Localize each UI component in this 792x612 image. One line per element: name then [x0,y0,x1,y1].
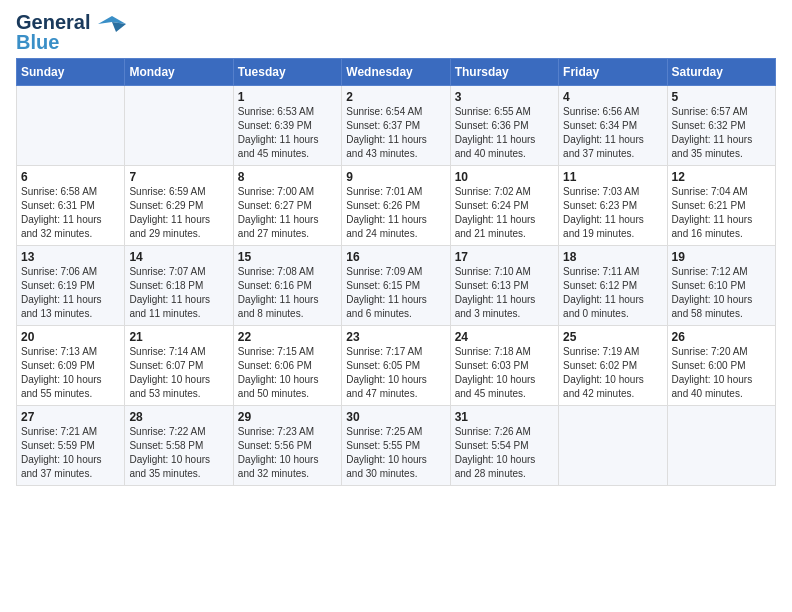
calendar-cell: 5Sunrise: 6:57 AM Sunset: 6:32 PM Daylig… [667,85,775,165]
day-number: 16 [346,250,445,264]
day-number: 1 [238,90,337,104]
day-number: 10 [455,170,554,184]
day-info: Sunrise: 6:57 AM Sunset: 6:32 PM Dayligh… [672,105,771,161]
day-number: 29 [238,410,337,424]
day-info: Sunrise: 7:14 AM Sunset: 6:07 PM Dayligh… [129,345,228,401]
calendar-cell: 9Sunrise: 7:01 AM Sunset: 6:26 PM Daylig… [342,165,450,245]
day-number: 18 [563,250,662,264]
calendar-cell: 31Sunrise: 7:26 AM Sunset: 5:54 PM Dayli… [450,405,558,485]
calendar-cell [125,85,233,165]
calendar-cell: 18Sunrise: 7:11 AM Sunset: 6:12 PM Dayli… [559,245,667,325]
day-info: Sunrise: 7:25 AM Sunset: 5:55 PM Dayligh… [346,425,445,481]
calendar-week-5: 27Sunrise: 7:21 AM Sunset: 5:59 PM Dayli… [17,405,776,485]
day-number: 15 [238,250,337,264]
day-info: Sunrise: 7:07 AM Sunset: 6:18 PM Dayligh… [129,265,228,321]
day-info: Sunrise: 7:18 AM Sunset: 6:03 PM Dayligh… [455,345,554,401]
day-number: 5 [672,90,771,104]
day-header-sunday: Sunday [17,58,125,85]
day-info: Sunrise: 7:26 AM Sunset: 5:54 PM Dayligh… [455,425,554,481]
day-header-tuesday: Tuesday [233,58,341,85]
day-number: 22 [238,330,337,344]
calendar-week-4: 20Sunrise: 7:13 AM Sunset: 6:09 PM Dayli… [17,325,776,405]
day-info: Sunrise: 7:17 AM Sunset: 6:05 PM Dayligh… [346,345,445,401]
calendar-cell: 1Sunrise: 6:53 AM Sunset: 6:39 PM Daylig… [233,85,341,165]
day-number: 3 [455,90,554,104]
calendar-cell: 2Sunrise: 6:54 AM Sunset: 6:37 PM Daylig… [342,85,450,165]
day-info: Sunrise: 7:11 AM Sunset: 6:12 PM Dayligh… [563,265,662,321]
day-info: Sunrise: 7:09 AM Sunset: 6:15 PM Dayligh… [346,265,445,321]
day-number: 31 [455,410,554,424]
day-number: 9 [346,170,445,184]
calendar-cell: 28Sunrise: 7:22 AM Sunset: 5:58 PM Dayli… [125,405,233,485]
day-number: 13 [21,250,120,264]
calendar-cell: 20Sunrise: 7:13 AM Sunset: 6:09 PM Dayli… [17,325,125,405]
day-number: 30 [346,410,445,424]
day-number: 7 [129,170,228,184]
day-info: Sunrise: 7:00 AM Sunset: 6:27 PM Dayligh… [238,185,337,241]
logo: General Blue [16,12,126,52]
day-number: 11 [563,170,662,184]
calendar-cell: 27Sunrise: 7:21 AM Sunset: 5:59 PM Dayli… [17,405,125,485]
calendar-cell [559,405,667,485]
calendar-cell: 8Sunrise: 7:00 AM Sunset: 6:27 PM Daylig… [233,165,341,245]
calendar-table: SundayMondayTuesdayWednesdayThursdayFrid… [16,58,776,486]
calendar-cell: 15Sunrise: 7:08 AM Sunset: 6:16 PM Dayli… [233,245,341,325]
day-info: Sunrise: 7:23 AM Sunset: 5:56 PM Dayligh… [238,425,337,481]
day-info: Sunrise: 6:53 AM Sunset: 6:39 PM Dayligh… [238,105,337,161]
day-number: 20 [21,330,120,344]
calendar-week-2: 6Sunrise: 6:58 AM Sunset: 6:31 PM Daylig… [17,165,776,245]
day-info: Sunrise: 7:12 AM Sunset: 6:10 PM Dayligh… [672,265,771,321]
calendar-cell: 11Sunrise: 7:03 AM Sunset: 6:23 PM Dayli… [559,165,667,245]
calendar-week-1: 1Sunrise: 6:53 AM Sunset: 6:39 PM Daylig… [17,85,776,165]
day-header-friday: Friday [559,58,667,85]
day-info: Sunrise: 7:19 AM Sunset: 6:02 PM Dayligh… [563,345,662,401]
calendar-cell: 24Sunrise: 7:18 AM Sunset: 6:03 PM Dayli… [450,325,558,405]
calendar-cell [667,405,775,485]
day-header-thursday: Thursday [450,58,558,85]
calendar-cell: 30Sunrise: 7:25 AM Sunset: 5:55 PM Dayli… [342,405,450,485]
day-number: 23 [346,330,445,344]
calendar-cell: 14Sunrise: 7:07 AM Sunset: 6:18 PM Dayli… [125,245,233,325]
page: General Blue SundayMondayTuesdayWednesda… [0,0,792,498]
day-info: Sunrise: 7:08 AM Sunset: 6:16 PM Dayligh… [238,265,337,321]
day-number: 14 [129,250,228,264]
calendar-cell: 23Sunrise: 7:17 AM Sunset: 6:05 PM Dayli… [342,325,450,405]
calendar-cell: 22Sunrise: 7:15 AM Sunset: 6:06 PM Dayli… [233,325,341,405]
calendar-cell [17,85,125,165]
day-info: Sunrise: 7:15 AM Sunset: 6:06 PM Dayligh… [238,345,337,401]
day-header-monday: Monday [125,58,233,85]
day-number: 21 [129,330,228,344]
day-number: 19 [672,250,771,264]
day-info: Sunrise: 6:55 AM Sunset: 6:36 PM Dayligh… [455,105,554,161]
day-info: Sunrise: 7:10 AM Sunset: 6:13 PM Dayligh… [455,265,554,321]
calendar-cell: 25Sunrise: 7:19 AM Sunset: 6:02 PM Dayli… [559,325,667,405]
day-number: 17 [455,250,554,264]
day-number: 26 [672,330,771,344]
day-info: Sunrise: 7:01 AM Sunset: 6:26 PM Dayligh… [346,185,445,241]
day-info: Sunrise: 6:58 AM Sunset: 6:31 PM Dayligh… [21,185,120,241]
calendar-cell: 17Sunrise: 7:10 AM Sunset: 6:13 PM Dayli… [450,245,558,325]
day-number: 28 [129,410,228,424]
day-info: Sunrise: 6:59 AM Sunset: 6:29 PM Dayligh… [129,185,228,241]
calendar-cell: 7Sunrise: 6:59 AM Sunset: 6:29 PM Daylig… [125,165,233,245]
logo-general: General [16,11,90,33]
day-info: Sunrise: 7:20 AM Sunset: 6:00 PM Dayligh… [672,345,771,401]
day-info: Sunrise: 7:04 AM Sunset: 6:21 PM Dayligh… [672,185,771,241]
day-number: 25 [563,330,662,344]
svg-marker-0 [98,16,126,24]
calendar-cell: 6Sunrise: 6:58 AM Sunset: 6:31 PM Daylig… [17,165,125,245]
day-info: Sunrise: 6:54 AM Sunset: 6:37 PM Dayligh… [346,105,445,161]
day-info: Sunrise: 7:21 AM Sunset: 5:59 PM Dayligh… [21,425,120,481]
day-header-wednesday: Wednesday [342,58,450,85]
day-info: Sunrise: 7:02 AM Sunset: 6:24 PM Dayligh… [455,185,554,241]
calendar-header-row: SundayMondayTuesdayWednesdayThursdayFrid… [17,58,776,85]
day-number: 8 [238,170,337,184]
calendar-cell: 26Sunrise: 7:20 AM Sunset: 6:00 PM Dayli… [667,325,775,405]
calendar-cell: 13Sunrise: 7:06 AM Sunset: 6:19 PM Dayli… [17,245,125,325]
day-number: 6 [21,170,120,184]
day-header-saturday: Saturday [667,58,775,85]
calendar-cell: 29Sunrise: 7:23 AM Sunset: 5:56 PM Dayli… [233,405,341,485]
header: General Blue [16,12,776,52]
calendar-week-3: 13Sunrise: 7:06 AM Sunset: 6:19 PM Dayli… [17,245,776,325]
day-number: 27 [21,410,120,424]
